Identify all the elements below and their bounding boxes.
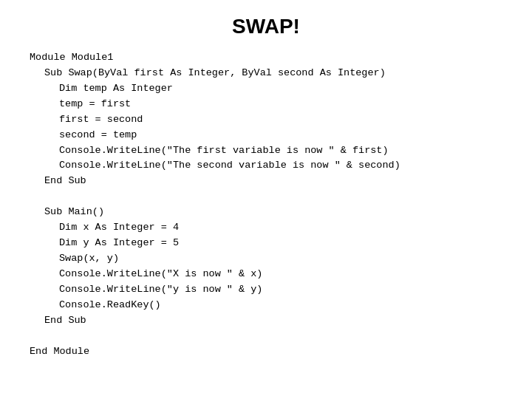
code-line: first = second — [59, 112, 502, 128]
code-line: second = temp — [59, 128, 502, 143]
code-line: End Sub — [44, 174, 502, 189]
code-line: Console.WriteLine("y is now " & y) — [59, 282, 502, 298]
code-line: Console.WriteLine("The second variable i… — [59, 158, 502, 174]
code-line: Sub Main() — [44, 205, 502, 220]
code-line: Sub Swap(ByVal first As Integer, ByVal s… — [44, 66, 502, 81]
code-block: Module Module1Sub Swap(ByVal first As In… — [30, 50, 502, 359]
code-line: Swap(x, y) — [59, 251, 502, 267]
code-line — [30, 329, 502, 344]
code-line: End Module — [30, 344, 502, 360]
code-line — [30, 189, 502, 205]
code-line: Dim x As Integer = 4 — [59, 220, 502, 236]
code-line: End Sub — [44, 313, 502, 329]
page: SWAP! Module Module1Sub Swap(ByVal first… — [0, 0, 532, 399]
code-line: Console.ReadKey() — [59, 298, 502, 313]
code-line: Console.WriteLine("The first variable is… — [59, 143, 502, 159]
code-line: Dim y As Integer = 5 — [59, 236, 502, 251]
page-title: SWAP! — [30, 15, 502, 38]
code-line: temp = first — [59, 97, 502, 112]
code-line: Module Module1 — [30, 50, 502, 66]
code-line: Console.WriteLine("X is now " & x) — [59, 267, 502, 282]
code-line: Dim temp As Integer — [59, 81, 502, 97]
